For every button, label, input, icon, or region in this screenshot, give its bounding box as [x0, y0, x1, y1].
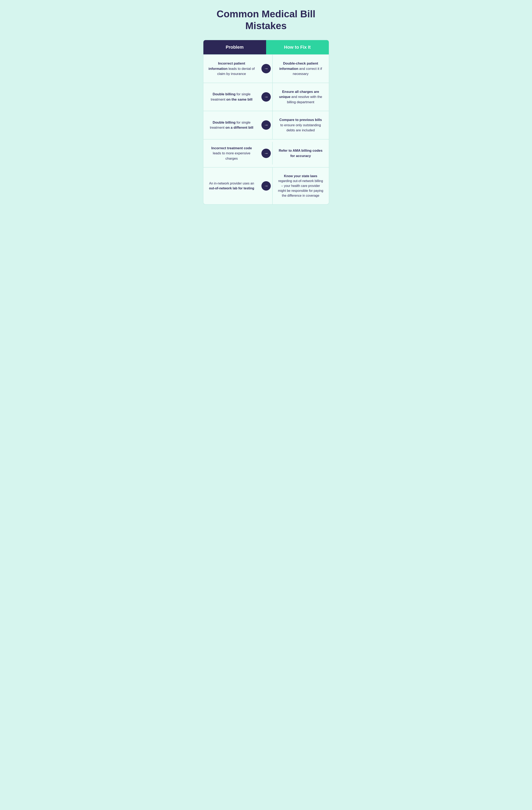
arrow-circle: → — [261, 92, 271, 102]
table-row: Incorrect treatment code leads to more e… — [204, 139, 329, 167]
fix-cell: Ensure all charges are unique and resolv… — [272, 83, 329, 111]
arrow-circle: → — [261, 181, 271, 191]
arrow-right-icon: → — [264, 151, 269, 156]
arrow-cell: → — [260, 149, 272, 158]
arrow-circle: → — [261, 64, 271, 73]
arrow-cell: → — [260, 181, 272, 191]
arrow-right-icon: → — [264, 123, 269, 127]
problem-cell: Incorrect patient information leads to d… — [204, 55, 260, 83]
page-title: Common Medical Bill Mistakes — [203, 8, 329, 32]
table-row: Double billing for single treatment on a… — [204, 111, 329, 139]
arrow-cell: → — [260, 64, 272, 73]
table-row: Double billing for single treatment on t… — [204, 83, 329, 111]
fix-cell: Know your state laws regarding out-of-ne… — [272, 167, 329, 204]
fix-cell: Compare to previous bills to ensure only… — [272, 111, 329, 139]
problem-cell: An in-network provider uses an out-of-ne… — [204, 175, 260, 197]
table-body: Incorrect patient information leads to d… — [204, 54, 329, 204]
fix-cell: Double-check patient information and cor… — [272, 55, 329, 83]
problem-cell: Incorrect treatment code leads to more e… — [204, 140, 260, 167]
arrow-cell: → — [260, 92, 272, 102]
arrow-circle: → — [261, 120, 271, 130]
fix-header: How to Fix It — [266, 40, 329, 54]
arrow-right-icon: → — [264, 184, 269, 188]
main-table: Problem How to Fix It Incorrect patient … — [203, 40, 329, 205]
table-row: An in-network provider uses an out-of-ne… — [204, 167, 329, 204]
arrow-right-icon: → — [264, 95, 269, 99]
fix-cell: Refer to AMA billing codes for accuracy — [272, 142, 329, 164]
arrow-right-icon: → — [264, 66, 269, 71]
table-row: Incorrect patient information leads to d… — [204, 54, 329, 83]
problem-header: Problem — [204, 40, 266, 54]
problem-cell: Double billing for single treatment on a… — [204, 114, 260, 136]
table-header: Problem How to Fix It — [204, 40, 329, 54]
arrow-cell: → — [260, 120, 272, 130]
problem-cell: Double billing for single treatment on t… — [204, 85, 260, 108]
page-container: Common Medical Bill Mistakes Problem How… — [203, 8, 329, 205]
arrow-circle: → — [261, 149, 271, 158]
